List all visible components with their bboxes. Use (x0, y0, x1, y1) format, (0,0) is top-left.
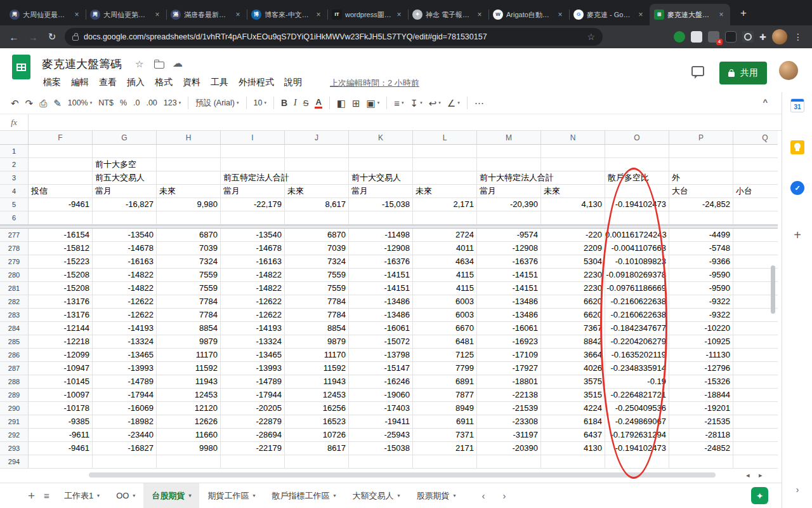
cell[interactable]: -13540 (221, 229, 285, 242)
column-header[interactable]: N (541, 131, 605, 145)
cell[interactable]: -21535 (669, 415, 733, 429)
browser-tab[interactable]: 博博客來-中文…× (247, 4, 327, 25)
cell[interactable]: -220 (541, 229, 605, 242)
cell[interactable]: 6620 (541, 309, 605, 322)
borders-icon[interactable]: ⊞ (349, 95, 363, 111)
cell[interactable]: -22179 (221, 442, 285, 455)
move-to-folder-icon[interactable] (154, 62, 164, 69)
cell[interactable]: -13465 (221, 349, 285, 362)
cell[interactable]: 9879 (157, 335, 221, 349)
cell[interactable] (413, 158, 477, 171)
cell[interactable]: 7367 (541, 322, 605, 335)
cell[interactable]: 7784 (285, 309, 349, 322)
cell[interactable]: 11592 (157, 362, 221, 375)
cell[interactable]: -20,390 (477, 198, 541, 211)
cell[interactable]: 6670 (413, 322, 477, 335)
cell[interactable]: 前五特定法人合計 (221, 171, 285, 185)
cell[interactable] (349, 211, 413, 225)
cell[interactable]: -16,827 (93, 198, 157, 211)
cell[interactable]: -9590 (669, 282, 733, 295)
browser-tab[interactable]: 周大周仙更最…× (5, 4, 86, 25)
undo-icon[interactable]: ↶ (8, 95, 22, 111)
cell[interactable]: 投信 (29, 185, 93, 198)
cell[interactable]: -23440 (93, 429, 157, 442)
decrease-decimals-button[interactable]: .0 (130, 95, 143, 111)
cell[interactable] (157, 171, 221, 185)
cell[interactable]: 8,617 (285, 198, 349, 211)
text-color-button[interactable]: A (311, 95, 325, 111)
cell[interactable]: -19411 (349, 415, 413, 429)
cell[interactable] (157, 145, 221, 158)
cell[interactable]: 7784 (157, 309, 221, 322)
cell[interactable]: -14822 (221, 269, 285, 282)
row-header[interactable]: 288 (0, 375, 29, 389)
column-header[interactable]: O (605, 131, 669, 145)
more-formats-button[interactable]: 123▾ (160, 95, 184, 111)
menu-item[interactable]: 說明 (279, 76, 307, 90)
cell[interactable]: 當月 (349, 185, 413, 198)
cell[interactable]: 前十大交易人 (349, 171, 413, 185)
cell[interactable] (733, 229, 778, 242)
cell[interactable] (733, 322, 778, 335)
add-sheet-icon[interactable]: + (28, 489, 35, 503)
column-header[interactable]: F (29, 131, 93, 145)
cell[interactable] (221, 455, 285, 469)
cell[interactable]: -13993 (93, 362, 157, 375)
tab-close-icon[interactable]: × (314, 10, 323, 19)
browser-tab[interactable]: G麥克連 - Go…× (569, 4, 650, 25)
vertical-scrollbar[interactable] (771, 265, 775, 314)
collapse-panel-icon[interactable]: › (782, 485, 812, 495)
cell[interactable]: -15223 (29, 255, 93, 269)
document-title[interactable]: 麥克連大盤籌碼 (42, 57, 122, 72)
cell[interactable]: -16069 (93, 402, 157, 415)
cell[interactable]: -14678 (93, 242, 157, 255)
cell[interactable]: 6870 (285, 229, 349, 242)
cell[interactable]: -14822 (93, 269, 157, 282)
cell[interactable]: 未來 (541, 185, 605, 198)
cell[interactable]: -9322 (669, 309, 733, 322)
cell[interactable]: -13798 (349, 349, 413, 362)
cell[interactable]: -16163 (221, 255, 285, 269)
browser-tab[interactable]: ⊞麥克連大盤…× (650, 4, 730, 25)
chrome-avatar[interactable] (772, 29, 787, 44)
cell[interactable] (541, 158, 605, 171)
cell[interactable] (733, 145, 778, 158)
cell[interactable] (29, 171, 93, 185)
cell[interactable]: -15072 (349, 335, 413, 349)
row-header[interactable]: 280 (0, 269, 29, 282)
cell[interactable]: 11660 (157, 429, 221, 442)
tab-close-icon[interactable]: × (717, 10, 726, 19)
cell[interactable]: -24,852 (669, 198, 733, 211)
cell[interactable] (29, 211, 93, 225)
menu-item[interactable]: 查看 (94, 76, 122, 90)
cell[interactable]: 7559 (157, 269, 221, 282)
cell[interactable]: 未來 (157, 185, 221, 198)
cell[interactable]: -18844 (669, 389, 733, 402)
cell[interactable] (285, 145, 349, 158)
cell[interactable] (349, 455, 413, 469)
row-header[interactable]: 291 (0, 415, 29, 429)
cell[interactable]: -19060 (349, 389, 413, 402)
cell[interactable] (477, 211, 541, 225)
row-header[interactable]: 6 (0, 211, 29, 225)
cell[interactable]: 7039 (285, 242, 349, 255)
back-icon[interactable]: ← (5, 28, 23, 46)
menu-item[interactable]: 檔案 (38, 76, 66, 90)
cell[interactable]: 8854 (285, 322, 349, 335)
cell[interactable]: 6481 (413, 335, 477, 349)
cell[interactable]: 8949 (413, 402, 477, 415)
vertical-align-icon[interactable]: ↧▾ (407, 95, 426, 111)
fill-color-icon[interactable]: ◧ (334, 95, 349, 111)
cell[interactable]: -14151 (477, 282, 541, 295)
cell[interactable] (477, 455, 541, 469)
cell[interactable]: -16061 (349, 322, 413, 335)
camera-extension-icon[interactable] (742, 31, 754, 43)
cell[interactable]: 未來 (413, 185, 477, 198)
text-wrap-icon[interactable]: ↩▾ (426, 95, 444, 111)
cell[interactable]: -13176 (29, 295, 93, 309)
cell[interactable]: 7039 (157, 242, 221, 255)
font-size-select[interactable]: 10▾ (251, 95, 270, 111)
cell[interactable]: 7371 (413, 429, 477, 442)
cell[interactable]: -9611 (29, 429, 93, 442)
row-header[interactable]: 284 (0, 322, 29, 335)
